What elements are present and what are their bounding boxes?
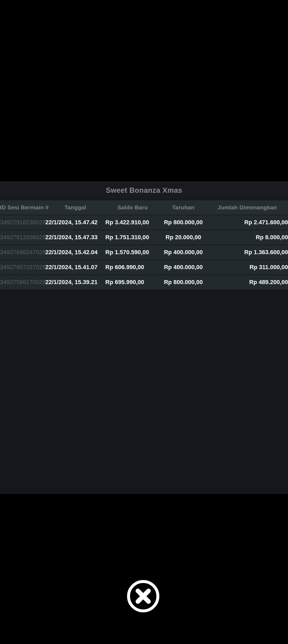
col-header-new-balance: Saldo Baru (105, 200, 160, 215)
cell-new-balance: Rp 1.751.310,00 (105, 230, 160, 245)
col-header-date: Tanggal (45, 200, 105, 215)
col-header-bet: Taruhan (160, 200, 207, 215)
col-header-amount-won: Jumlah Dimenangkan (207, 200, 288, 215)
cell-session-id: 34927696247029 (0, 245, 45, 260)
close-button[interactable] (126, 579, 161, 614)
cell-session-id: 34927918238029 (0, 215, 45, 230)
cell-amount-won: Rp 311.000,00 (207, 260, 288, 275)
cell-session-id: 34927586170029 (0, 275, 45, 290)
cell-bet: Rp 800.000,00 (160, 275, 207, 290)
cell-new-balance: Rp 695.990,00 (105, 275, 160, 290)
game-history-table: ID Sesi Bermain # Tanggal Saldo Baru Tar… (0, 200, 288, 290)
cell-date: 22/1/2024, 15.42.04 (45, 245, 105, 260)
cell-new-balance: Rp 1.570.590,00 (105, 245, 160, 260)
cell-date: 22/1/2024, 15.47.33 (45, 230, 105, 245)
cell-bet: Rp 400.000,00 (160, 260, 207, 275)
cell-amount-won: Rp 1.363.600,00 (207, 245, 288, 260)
col-header-session-id: ID Sesi Bermain # (0, 200, 45, 215)
cell-date: 22/1/2024, 15.47.42 (45, 215, 105, 230)
cell-bet: Rp 400.000,00 (160, 245, 207, 260)
cell-new-balance: Rp 606.990,00 (105, 260, 160, 275)
screen: Sweet Bonanza Xmas ID Sesi Bermain # Tan… (0, 0, 288, 644)
cell-session-id: 34927912036029 (0, 230, 45, 245)
cell-date: 22/1/2024, 15.41.07 (45, 260, 105, 275)
table-row: 34927912036029 22/1/2024, 15.47.33 Rp 1.… (0, 230, 288, 245)
game-title: Sweet Bonanza Xmas (106, 186, 182, 195)
cell-session-id: 34927657227029 (0, 260, 45, 275)
x-circle-icon (126, 579, 161, 614)
table-row: 34927586170029 22/1/2024, 15.39.21 Rp 69… (0, 275, 288, 290)
game-history-panel: Sweet Bonanza Xmas ID Sesi Bermain # Tan… (0, 181, 288, 494)
cell-bet: Rp 800.000,00 (160, 215, 207, 230)
cell-new-balance: Rp 3.422.910,00 (105, 215, 160, 230)
cell-bet: Rp 20.000,00 (160, 230, 207, 245)
table-header-row: ID Sesi Bermain # Tanggal Saldo Baru Tar… (0, 200, 288, 215)
table-row: 34927696247029 22/1/2024, 15.42.04 Rp 1.… (0, 245, 288, 260)
cell-amount-won: Rp 489.200,00 (207, 275, 288, 290)
table-row: 34927918238029 22/1/2024, 15.47.42 Rp 3.… (0, 215, 288, 230)
cell-amount-won: Rp 2.471.600,00 (207, 215, 288, 230)
table-row: 34927657227029 22/1/2024, 15.41.07 Rp 60… (0, 260, 288, 275)
cell-amount-won: Rp 8.000,00 (207, 230, 288, 245)
cell-date: 22/1/2024, 15.39.21 (45, 275, 105, 290)
panel-header: Sweet Bonanza Xmas (0, 181, 288, 200)
